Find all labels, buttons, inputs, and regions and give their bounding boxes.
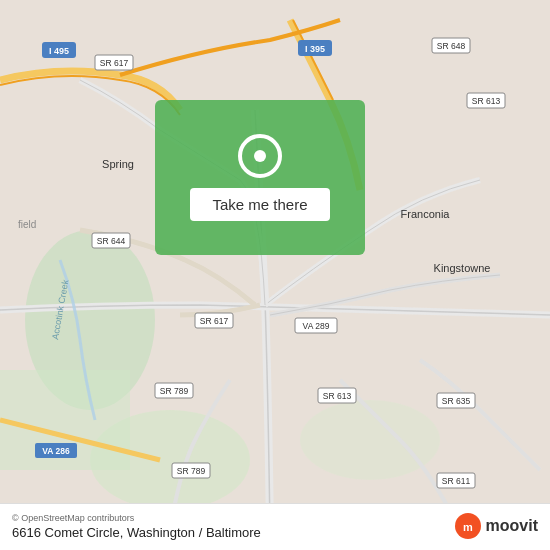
take-me-there-button[interactable]: Take me there (190, 188, 329, 221)
bottom-info: © OpenStreetMap contributors 6616 Comet … (12, 513, 261, 540)
map-background: I 495 SR 617 I 395 SR 648 SR 613 Spring … (0, 0, 550, 550)
svg-text:SR 789: SR 789 (177, 466, 206, 476)
svg-text:Franconia: Franconia (401, 208, 451, 220)
moovit-logo: m moovit (454, 512, 538, 540)
map-container: I 495 SR 617 I 395 SR 648 SR 613 Spring … (0, 0, 550, 550)
bottom-bar: © OpenStreetMap contributors 6616 Comet … (0, 503, 550, 550)
map-overlay: Take me there (155, 100, 365, 255)
moovit-logo-icon: m (454, 512, 482, 540)
svg-text:I 495: I 495 (49, 46, 69, 56)
svg-text:SR 789: SR 789 (160, 386, 189, 396)
svg-text:m: m (463, 521, 473, 533)
svg-text:SR 617: SR 617 (100, 58, 129, 68)
svg-text:SR 611: SR 611 (442, 476, 471, 486)
svg-text:SR 617: SR 617 (200, 316, 229, 326)
svg-text:SR 644: SR 644 (97, 236, 126, 246)
svg-text:field: field (18, 219, 36, 230)
svg-text:Spring: Spring (102, 158, 134, 170)
location-pin-icon (238, 134, 282, 178)
svg-text:VA 289: VA 289 (303, 321, 330, 331)
svg-text:SR 648: SR 648 (437, 41, 466, 51)
svg-text:I 395: I 395 (305, 44, 325, 54)
svg-text:SR 635: SR 635 (442, 396, 471, 406)
svg-text:SR 613: SR 613 (323, 391, 352, 401)
map-attribution: © OpenStreetMap contributors (12, 513, 261, 523)
svg-text:Kingstowne: Kingstowne (434, 262, 491, 274)
svg-text:SR 613: SR 613 (472, 96, 501, 106)
address-text: 6616 Comet Circle, Washington / Baltimor… (12, 525, 261, 540)
svg-text:VA 286: VA 286 (42, 446, 70, 456)
moovit-brand-text: moovit (486, 517, 538, 535)
